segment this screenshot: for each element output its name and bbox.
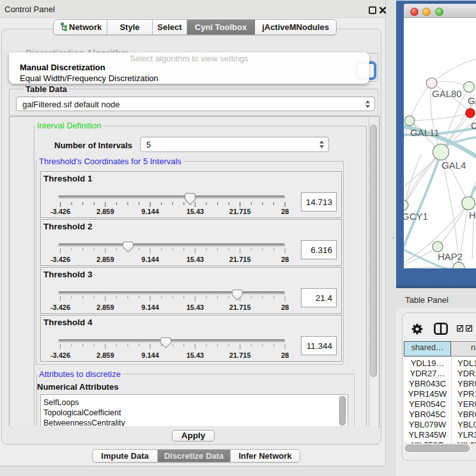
svg-text:HAP2: HAP2 xyxy=(438,251,463,262)
svg-text:GAL80: GAL80 xyxy=(432,88,462,99)
svg-text:GAL11: GAL11 xyxy=(410,127,440,138)
svg-text:GCY1: GCY1 xyxy=(404,211,428,222)
svg-text:GAL4: GAL4 xyxy=(441,160,466,171)
svg-text:C: C xyxy=(471,120,476,131)
svg-text:GA: GA xyxy=(468,95,476,106)
svg-text:H: H xyxy=(469,210,476,220)
